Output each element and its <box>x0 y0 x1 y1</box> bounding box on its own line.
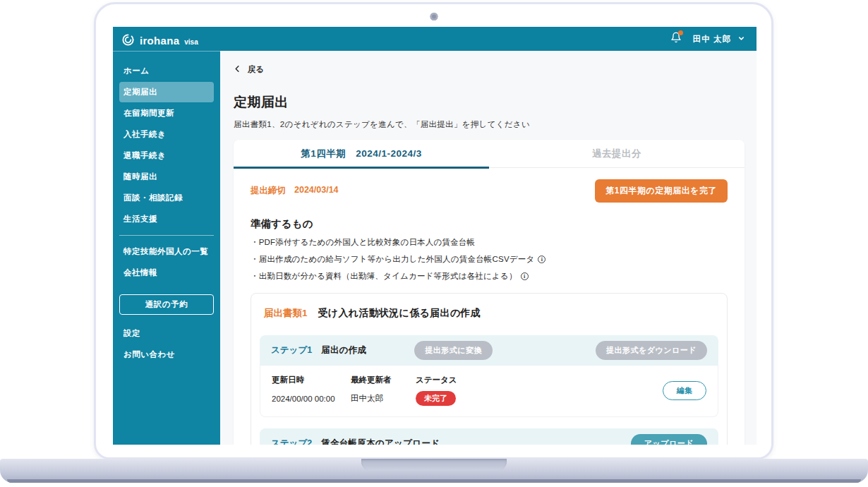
chevron-down-icon <box>737 35 745 44</box>
laptop-base-notch <box>361 459 507 471</box>
sidebar-item-company-info[interactable]: 会社情報 <box>119 263 214 283</box>
preparation-item-text: ・出勤日数が分かる資料（出勤簿、タイムカード等形式は各社による） <box>251 271 517 282</box>
sidebar-item-residence-renewal[interactable]: 在留期間更新 <box>119 103 214 124</box>
sidebar: ホーム 定期届出 在留期間更新 入社手続き 退職手続き 随時届出 面談・相談記録… <box>113 51 220 445</box>
edit-button[interactable]: 編集 <box>663 381 706 400</box>
cell-updated-by: 田中太郎 <box>351 393 402 404</box>
page-description: 届出書類1、2のそれぞれのステップを進んで、「届出提出」を押してください <box>234 119 745 130</box>
preparation-item: ・PDF添付するための外国人と比較対象の日本人の賃金台帳 <box>251 237 728 248</box>
document-1-card: 届出書類1 受け入れ活動状況に係る届出の作成 ステップ1 届出の作成 <box>251 293 728 445</box>
deadline-row: 提出締切 2024/03/14 第1四半期の定期届出を完了 <box>251 179 728 203</box>
notification-bell-button[interactable] <box>670 32 682 46</box>
main-content: 戻る 定期届出 届出書類1、2のそれぞれのステップを進んで、「届出提出」を押して… <box>220 51 757 445</box>
download-format-button[interactable]: 提出形式をダウンロード <box>596 341 707 360</box>
back-link[interactable]: 戻る <box>234 63 264 76</box>
report-card: 第1四半期 2024/1-2024/3 過去提出分 提出締切 2024/03/1… <box>234 140 745 445</box>
preparation-item-text: ・届出作成のための給与ソフト等から出力した外国人の賃金台帳CSVデータ <box>251 254 534 265</box>
tab-bar: 第1四半期 2024/1-2024/3 過去提出分 <box>234 140 745 168</box>
preparation-item-text: ・PDF添付するための外国人と比較対象の日本人の賃金台帳 <box>251 237 475 248</box>
back-label: 戻る <box>248 64 264 75</box>
sidebar-item-life-support[interactable]: 生活支援 <box>119 209 214 229</box>
app-header: irohana visa 田中 太郎 <box>113 27 757 51</box>
brand-logo: irohana visa <box>121 31 198 47</box>
step-2-label-group: ステップ2 賃金台帳原本のアップロード <box>271 438 631 445</box>
step-1: ステップ1 届出の作成 提出形式に変換 提出形式をダウンロード 更新日時 <box>260 335 718 417</box>
sidebar-item-contact[interactable]: お問い合わせ <box>119 344 214 365</box>
complete-report-button[interactable]: 第1四半期の定期届出を完了 <box>595 179 728 203</box>
sidebar-item-periodic-report[interactable]: 定期届出 <box>119 82 214 102</box>
step-2-title: 賃金台帳原本のアップロード <box>321 438 440 445</box>
document-title: 受け入れ活動状況に係る届出の作成 <box>318 307 481 320</box>
document-title-row: 届出書類1 受け入れ活動状況に係る届出の作成 <box>260 303 718 329</box>
step-1-label: ステップ1 <box>271 344 312 356</box>
preparation-item: ・届出作成のための給与ソフト等から出力した外国人の賃金台帳CSVデータ i <box>251 254 728 265</box>
tab-current-quarter[interactable]: 第1四半期 2024/1-2024/3 <box>234 140 489 167</box>
step-2: ステップ2 賃金台帳原本のアップロード アップロード 更新日時 最終 <box>260 428 718 445</box>
sidebar-divider <box>119 235 214 236</box>
convert-format-button[interactable]: 提出形式に変換 <box>414 341 493 360</box>
app-body: ホーム 定期届出 在留期間更新 入社手続き 退職手続き 随時届出 面談・相談記録… <box>113 51 757 445</box>
document-tag: 届出書類1 <box>264 307 308 320</box>
header-right: 田中 太郎 <box>670 32 745 46</box>
upload-button[interactable]: アップロード <box>631 434 707 445</box>
app-window: irohana visa 田中 太郎 <box>113 27 757 445</box>
sidebar-item-workers-list[interactable]: 特定技能外国人の一覧 <box>119 241 214 262</box>
deadline-label: 提出締切 <box>251 185 286 197</box>
brand-suffix: visa <box>184 38 198 46</box>
tab-past-submissions[interactable]: 過去提出分 <box>489 140 745 167</box>
info-icon[interactable]: i <box>521 272 529 280</box>
step-2-header: ステップ2 賃金台帳原本のアップロード アップロード <box>260 428 718 445</box>
deadline-date: 2024/03/14 <box>294 185 339 197</box>
preparation-title: 準備するもの <box>251 217 728 231</box>
user-name: 田中 太郎 <box>693 34 731 44</box>
deadline: 提出締切 2024/03/14 <box>251 185 339 197</box>
step-1-label-group: ステップ1 届出の作成 <box>271 344 414 356</box>
tab-panel: 提出締切 2024/03/14 第1四半期の定期届出を完了 準備するもの ・PD… <box>234 168 745 445</box>
sidebar-item-home[interactable]: ホーム <box>119 61 214 81</box>
chevron-left-icon <box>234 65 241 74</box>
sidebar-item-offboarding[interactable]: 退職手続き <box>119 145 214 166</box>
step-2-label: ステップ2 <box>271 438 312 445</box>
brand-name: irohana <box>140 35 179 47</box>
laptop-frame: irohana visa 田中 太郎 <box>94 2 773 459</box>
interpreter-booking-button[interactable]: 通訳の予約 <box>119 294 214 315</box>
sidebar-item-settings[interactable]: 設定 <box>119 323 214 344</box>
notification-dot <box>678 30 683 35</box>
laptop-screen: irohana visa 田中 太郎 <box>113 27 757 445</box>
step-1-status-table: 更新日時 最終更新者 ステータス 2024/00/00 00:00 田中太郎 未… <box>272 375 457 406</box>
column-header-updated-at: 更新日時 <box>272 375 337 385</box>
user-menu[interactable]: 田中 太郎 <box>693 34 745 44</box>
sidebar-item-adhoc-report[interactable]: 随時届出 <box>119 167 214 187</box>
preparation-item: ・出勤日数が分かる資料（出勤簿、タイムカード等形式は各社による） i <box>251 271 728 282</box>
step-1-title: 届出の作成 <box>321 344 366 356</box>
column-header-status: ステータス <box>416 375 457 385</box>
info-icon[interactable]: i <box>538 255 545 263</box>
status-badge: 未完了 <box>416 391 456 406</box>
sidebar-item-interview-records[interactable]: 面談・相談記録 <box>119 188 214 208</box>
camera-dot <box>430 13 438 20</box>
laptop-base <box>0 459 868 483</box>
knot-swirl-icon <box>121 33 135 49</box>
step-1-header: ステップ1 届出の作成 提出形式に変換 提出形式をダウンロード <box>260 335 718 366</box>
sidebar-item-onboarding[interactable]: 入社手続き <box>119 124 214 145</box>
step-1-body: 更新日時 最終更新者 ステータス 2024/00/00 00:00 田中太郎 未… <box>260 366 718 417</box>
cell-updated-at: 2024/00/00 00:00 <box>272 395 337 403</box>
column-header-updated-by: 最終更新者 <box>351 375 402 385</box>
page-title: 定期届出 <box>234 93 745 112</box>
